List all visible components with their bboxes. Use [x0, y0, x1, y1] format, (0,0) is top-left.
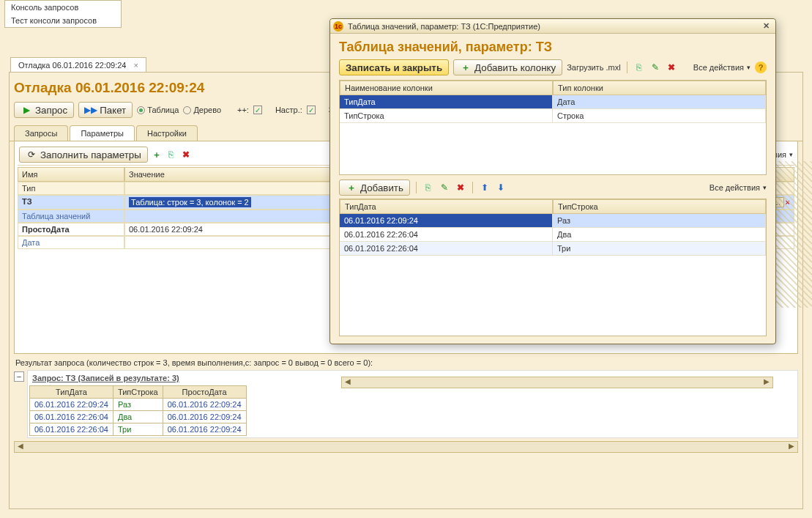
param-name-cell[interactable]: ПростоДата	[18, 223, 124, 236]
window-title: Таблица значений, параметр: ТЗ (1С:Предп…	[348, 22, 540, 31]
plus-icon: ＋	[460, 62, 472, 73]
main-tab-label: Отладка 06.01.2016 22:09:24	[18, 61, 126, 70]
packet-button-label: Пакет	[100, 105, 126, 116]
modal-toolbar: Записать и закрыть ＋ Добавить колонку За…	[330, 58, 775, 80]
data-toolbar: ＋ Добавить ⎘ ✎ ✖ ⬆ ⬇ Все действия	[330, 175, 775, 199]
cell-name: ТипСтрока	[340, 109, 553, 123]
result-col-header[interactable]: ПростоДата	[163, 386, 246, 399]
copy-icon[interactable]: ⎘	[165, 149, 177, 160]
data-grid-header: ТипДата ТипСтрока	[340, 199, 766, 214]
edit-icon[interactable]: ✎	[439, 182, 450, 193]
load-mxl-link[interactable]: Загрузить .mxl	[567, 63, 620, 72]
result-status: Результат запроса (количество строк = 3,…	[10, 354, 802, 370]
table-row[interactable]: 06.01.2016 22:26:04 Два 06.01.2016 22:09…	[30, 411, 247, 423]
table-row[interactable]: 06.01.2016 22:09:24 Раз	[340, 214, 766, 228]
write-and-close-button[interactable]: Записать и закрыть	[339, 59, 449, 75]
menu-item[interactable]: Тест консоли запросов	[5, 14, 121, 27]
table-row[interactable]: ТипСтрока Строка	[340, 109, 766, 123]
horizontal-scrollbar[interactable]	[14, 441, 798, 453]
view-tree-radio[interactable]: Дерево	[183, 106, 221, 114]
cell-date: 06.01.2016 22:26:04	[30, 411, 113, 423]
delete-icon[interactable]: ✖	[455, 182, 466, 193]
tab-parameters[interactable]: Параметры	[70, 125, 135, 141]
query-button[interactable]: ▶ Запрос	[14, 102, 74, 118]
cell-date: 06.01.2016 22:26:04	[340, 242, 553, 256]
copy-icon[interactable]: ⎘	[633, 62, 645, 73]
plus-icon: ＋	[346, 182, 357, 193]
table-row[interactable]: 06.01.2016 22:26:04 Три	[340, 242, 766, 256]
data-col-header[interactable]: ТипДата	[340, 199, 553, 214]
modal-heading: Таблица значений, параметр: ТЗ	[330, 34, 775, 58]
add-row-button[interactable]: ＋ Добавить	[339, 180, 410, 196]
plusplus-label: ++:	[237, 106, 249, 114]
play-icon: ▶	[21, 104, 32, 116]
add-column-button[interactable]: ＋ Добавить колонку	[453, 59, 562, 75]
data-col-header[interactable]: ТипСтрока	[553, 199, 766, 214]
radio-on-icon	[137, 106, 145, 114]
all-actions-dropdown[interactable]: Все действия	[693, 63, 750, 72]
columns-grid-header: Наименование колонки Тип колонки	[340, 81, 766, 95]
result-col-header[interactable]: ТипДата	[30, 386, 113, 399]
cell-type: Строка	[553, 109, 766, 123]
table-row[interactable]: ТипДата Дата	[340, 95, 766, 109]
packet-button[interactable]: ▶▶ Пакет	[78, 102, 133, 118]
main-tab[interactable]: Отладка 06.01.2016 22:09:24 ×	[10, 57, 146, 73]
radio-off-icon	[183, 106, 191, 114]
copy-icon[interactable]: ⎘	[422, 182, 434, 193]
table-refresh-icon: ⟳	[26, 149, 37, 160]
horizontal-scrollbar[interactable]	[341, 377, 773, 388]
view-table-radio[interactable]: Таблица	[137, 106, 179, 114]
col-name-header[interactable]: Имя	[18, 167, 124, 182]
cell-string: Три	[553, 242, 766, 256]
move-up-icon[interactable]: ⬆	[479, 182, 491, 193]
close-icon[interactable]: ×	[133, 61, 138, 70]
radio-label: Таблица	[147, 106, 179, 114]
collapse-icon[interactable]: −	[14, 371, 24, 382]
cell-string: Три	[113, 423, 163, 436]
fill-params-button[interactable]: ⟳ Заполнить параметры	[19, 147, 148, 163]
param-value-text: Таблица: строк = 3, колонок = 2	[129, 197, 251, 207]
play-forward-icon: ▶▶	[85, 104, 97, 116]
param-type-cell[interactable]: Таблица значений	[18, 210, 124, 223]
cell-date: 06.01.2016 22:26:04	[340, 228, 553, 242]
edit-icon[interactable]: ✎	[649, 62, 661, 73]
tab-queries[interactable]: Запросы	[14, 125, 68, 141]
columns-grid: Наименование колонки Тип колонки ТипДата…	[339, 80, 767, 175]
nastr-checkbox[interactable]: ✓	[307, 106, 316, 114]
cell-string: Раз	[553, 214, 766, 228]
tab-settings[interactable]: Настройки	[136, 125, 198, 141]
result-table: ТипДата ТипСтрока ПростоДата 06.01.2016 …	[29, 385, 247, 436]
plusplus-checkbox[interactable]: ✓	[253, 106, 262, 114]
close-icon[interactable]: ✕	[760, 21, 772, 31]
result-col-header[interactable]: ТипСтрока	[113, 386, 163, 399]
add-column-label: Добавить колонку	[474, 62, 556, 73]
cell-string: Раз	[113, 399, 163, 411]
table-row[interactable]: 06.01.2016 22:26:04 Три 06.01.2016 22:09…	[30, 423, 247, 436]
param-name-cell[interactable]: ТЗ	[18, 195, 124, 210]
delete-icon[interactable]: ✖	[180, 149, 192, 160]
fill-params-label: Заполнить параметры	[40, 149, 141, 160]
help-icon[interactable]: ?	[755, 62, 767, 73]
table-row[interactable]: 06.01.2016 22:26:04 Два	[340, 228, 766, 242]
cell-date: 06.01.2016 22:09:24	[163, 411, 246, 423]
cell-date: 06.01.2016 22:09:24	[30, 399, 113, 411]
col-header-name[interactable]: Наименование колонки	[340, 81, 553, 95]
cell-name: ТипДата	[340, 95, 553, 109]
cell-string: Два	[113, 411, 163, 423]
side-menu: Консоль запросов Тест консоли запросов	[4, 0, 122, 28]
add-row-label: Добавить	[360, 182, 403, 193]
table-row[interactable]: 06.01.2016 22:09:24 Раз 06.01.2016 22:09…	[30, 399, 247, 411]
all-actions-dropdown[interactable]: Все действия	[709, 183, 767, 192]
add-icon[interactable]: ＋	[151, 149, 163, 160]
modal-dialog: 1c Таблица значений, параметр: ТЗ (1С:Пр…	[329, 18, 776, 344]
radio-label: Дерево	[193, 106, 221, 114]
move-down-icon[interactable]: ⬇	[495, 182, 507, 193]
param-type-cell[interactable]: Дата	[18, 236, 124, 249]
menu-item[interactable]: Консоль запросов	[5, 1, 121, 14]
result-header-row: ТипДата ТипСтрока ПростоДата	[30, 386, 247, 399]
titlebar[interactable]: 1c Таблица значений, параметр: ТЗ (1С:Пр…	[330, 19, 775, 34]
col-header-type[interactable]: Тип колонки	[553, 81, 766, 95]
cell-type: Дата	[553, 95, 766, 109]
cell-date: 06.01.2016 22:26:04	[30, 423, 113, 436]
delete-icon[interactable]: ✖	[666, 62, 677, 73]
